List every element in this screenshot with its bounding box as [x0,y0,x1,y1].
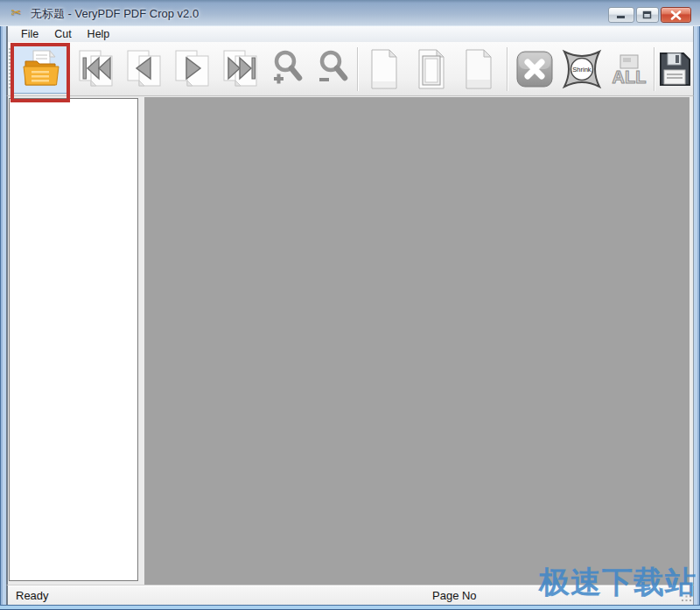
toolbar-separator [507,47,508,91]
prev-page-button[interactable] [122,45,168,94]
titlebar[interactable]: ✂ 无标题 - VeryPDF PDF Crop v2.0 [0,0,700,26]
zoom-in-icon [268,48,306,90]
all-label: ALL [612,69,647,85]
toolbar: Shrink ALL [6,42,694,96]
window-frame-right [694,26,700,610]
first-page-button[interactable] [74,45,120,94]
menu-help[interactable]: Help [80,27,118,41]
page-blank-icon [367,48,402,90]
zoom-out-icon [313,48,352,90]
close-button[interactable] [661,7,691,23]
page-copy-button[interactable] [456,45,501,94]
app-window: ✂ 无标题 - VeryPDF PDF Crop v2.0 Fi [0,0,700,610]
minimize-icon [616,11,626,19]
menubar: File Cut Help [6,26,694,42]
all-pages-button[interactable]: ALL [606,45,652,94]
window-controls [608,7,691,23]
toolbar-separator [357,47,359,91]
maximize-icon [642,11,653,20]
minimize-button[interactable] [608,7,634,23]
last-page-button[interactable] [219,45,264,94]
status-page-no: Page No [432,589,477,602]
shrink-button[interactable]: Shrink [559,45,605,94]
prev-page-icon [125,48,165,90]
save-button[interactable] [655,45,694,94]
pdf-preview-area[interactable] [144,97,690,585]
resize-grip[interactable] [682,592,692,602]
page-copy-icon [461,48,496,90]
next-page-icon [173,48,214,90]
delete-crop-button[interactable] [512,45,557,94]
page-frame-icon [414,48,449,90]
save-floppy-icon [657,50,692,88]
page-thumbnail-panel[interactable] [9,98,138,581]
next-page-button[interactable] [171,45,216,94]
window-frame-left [0,26,6,610]
page-blank-button[interactable] [361,45,407,94]
annotation-highlight-box [10,43,70,102]
first-page-icon [77,48,117,90]
all-page-mini-icon [620,54,639,69]
window-title: 无标题 - VeryPDF PDF Crop v2.0 [31,6,199,22]
zoom-in-button[interactable] [264,45,310,94]
zoom-out-button[interactable] [310,45,355,94]
last-page-icon [221,48,262,90]
menu-cut[interactable]: Cut [46,27,79,41]
close-icon [670,11,682,20]
content-area [6,96,694,585]
statusbar: Ready Page No [6,585,694,605]
maximize-button[interactable] [636,7,659,23]
page-frame-button[interactable] [409,45,454,94]
shrink-icon: Shrink [562,49,602,89]
delete-x-icon [515,50,554,88]
window-frame-bottom [0,605,700,610]
menu-file[interactable]: File [13,27,46,41]
svg-text:Shrink: Shrink [572,66,592,74]
status-ready-text: Ready [16,589,49,602]
app-scissors-icon: ✂ [11,5,26,20]
